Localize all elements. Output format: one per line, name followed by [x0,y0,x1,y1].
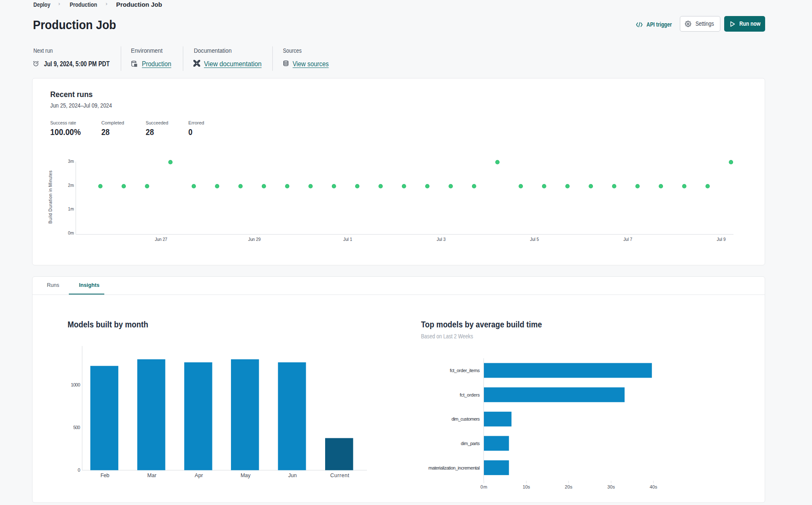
svg-text:500: 500 [73,425,80,430]
svg-text:30s: 30s [607,484,615,489]
svg-text:Jul 3: Jul 3 [437,237,445,242]
svg-text:dim_parts: dim_parts [461,441,480,446]
svg-text:May: May [241,473,251,478]
svg-text:Jul 5: Jul 5 [530,237,539,242]
svg-text:Jun 27: Jun 27 [155,237,168,242]
svg-text:Build Duration in Minutes: Build Duration in Minutes [48,170,53,224]
svg-text:1m: 1m [68,207,74,211]
svg-text:0: 0 [78,467,80,473]
svg-text:Jul 7: Jul 7 [623,237,632,242]
svg-text:0m: 0m [68,231,74,235]
svg-text:1000: 1000 [71,382,80,387]
svg-text:3m: 3m [68,159,74,164]
svg-text:40s: 40s [649,484,657,489]
svg-text:Feb: Feb [100,473,109,478]
svg-text:fct_orders: fct_orders [460,392,480,397]
svg-text:Jun 29: Jun 29 [248,237,261,242]
svg-text:Mar: Mar [147,473,157,478]
svg-text:2m: 2m [68,183,74,188]
svg-text:Jul 9: Jul 9 [717,237,726,242]
svg-text:materialization_incremental: materialization_incremental [429,465,480,470]
svg-text:Apr: Apr [195,473,203,478]
svg-text:10s: 10s [523,484,530,489]
svg-text:Current: Current [330,473,350,478]
svg-text:dim_customers: dim_customers [451,416,480,421]
svg-text:fct_order_items: fct_order_items [450,368,480,373]
svg-text:0m: 0m [481,484,487,489]
svg-text:20s: 20s [565,484,573,489]
svg-text:Jun: Jun [288,473,297,478]
svg-text:Jul 1: Jul 1 [343,237,352,242]
